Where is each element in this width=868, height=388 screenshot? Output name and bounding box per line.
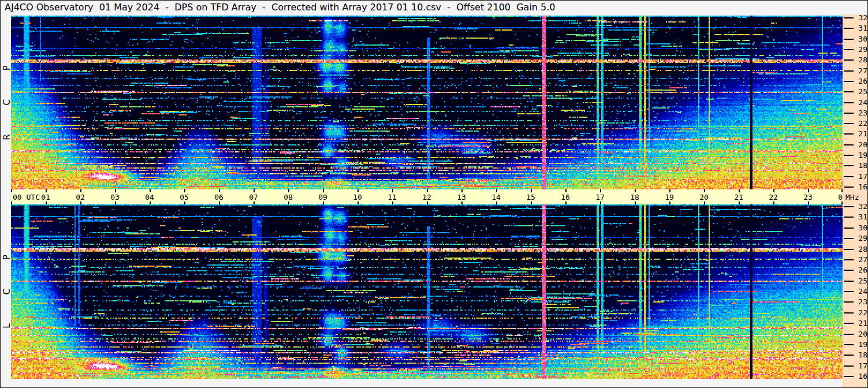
hour-tick [808,202,809,204]
freq-label: 20 [852,330,867,338]
freq-label: 19 [852,340,867,349]
hour-label: 06 [206,193,232,202]
hour-tick [46,189,47,192]
hour-tick [635,189,636,192]
freq-label: 28 [852,55,867,64]
hour-tick [357,202,359,204]
hour-tick [46,202,47,204]
hour-tick [80,202,81,204]
hour-tick [635,202,636,204]
hour-tick [323,202,324,204]
hour-tick [669,189,670,192]
freq-label: 21 [852,129,867,138]
freq-label: 28 [852,245,867,253]
freq-label: 21 [852,319,867,327]
freq-label: 20 [852,140,867,149]
hour-tick [669,202,670,204]
freq-label: 29 [852,234,867,242]
hour-tick [600,202,601,204]
hour-label: 07 [241,193,266,202]
hour-tick [496,189,497,192]
hour-label: 04 [137,193,162,202]
hour-label: 19 [657,193,682,202]
freq-label: 16 [852,372,867,380]
freq-label: 31 [852,24,867,32]
hour-label: 17 [587,193,613,202]
hour-tick [531,189,532,192]
freq-label: 27 [852,66,867,75]
freq-label: 16 [852,182,867,191]
hour-tick [288,189,289,192]
hour-tick [427,202,428,204]
hour-tick [184,202,185,204]
freq-label: 26 [852,266,867,274]
hour-tick [427,189,428,192]
hour-label: 03 [102,193,128,202]
hour-tick [739,202,740,204]
freq-label: 23 [852,109,867,117]
hour-tick [565,202,567,204]
hour-tick [323,189,324,192]
hour-label: 10 [345,193,370,202]
freq-label: 23 [852,297,867,306]
freq-label: 17 [852,172,867,181]
hour-tick [600,189,601,192]
hour-tick [219,202,220,204]
freq-label: 27 [852,255,867,264]
freq-label: 29 [852,45,867,54]
hour-tick [357,189,359,192]
hour-tick [808,189,809,192]
hour-tick [704,189,705,192]
title-bar: AJ4CO Observatory 01 May 2024 - DPS on T… [1,1,841,14]
hour-label: 05 [172,193,197,202]
freq-label: 25 [852,277,867,285]
freq-label: 26 [852,77,867,85]
hour-tick [392,189,393,192]
hour-label: 12 [414,193,439,202]
hour-tick [184,189,185,192]
hour-tick [773,202,774,204]
hour-label: 20 [691,193,717,202]
freq-label: 18 [852,350,867,359]
hour-tick [11,189,12,192]
hour-tick [461,202,463,204]
freq-label: 19 [852,151,867,159]
freq-label: 24 [852,287,867,296]
hour-label: 13 [449,193,474,202]
hour-tick [115,189,116,192]
freq-label: 22 [852,119,867,128]
hour-tick [565,189,567,192]
hour-label: 15 [518,193,543,202]
freq-label: 18 [852,161,867,170]
hour-tick [773,189,774,192]
hour-tick [461,189,463,192]
freq-label: 32 [852,13,867,22]
hour-tick [392,202,393,204]
lcp-spectrogram [11,204,843,379]
hour-tick [80,189,81,192]
hour-tick [704,202,705,204]
hour-label: 16 [553,193,578,202]
hour-label: 22 [761,193,786,202]
spectrograph-window: AJ4CO Observatory 01 May 2024 - DPS on T… [0,0,868,388]
hour-tick [531,202,532,204]
hour-label: 21 [726,193,751,202]
hour-tick [219,189,220,192]
freq-label: 30 [852,35,867,43]
freq-label: 17 [852,361,867,370]
hour-label: 14 [483,193,509,202]
time-axis: 00 UTC0102030405060708091011121314151617… [11,189,843,204]
frequency-unit-label: MHz [845,193,859,202]
frequency-axis: MHz 323130292827262524232221201918171632… [843,14,868,388]
hour-tick [739,189,740,192]
hour-tick [150,202,151,204]
hour-label: 11 [379,193,405,202]
hour-label: 23 [795,193,821,202]
hour-tick [496,202,497,204]
freq-label: 22 [852,308,867,317]
hour-tick [11,202,12,204]
freq-label: 30 [852,223,867,232]
freq-label: 25 [852,87,867,96]
hour-tick [254,189,255,192]
hour-label: 08 [275,193,301,202]
